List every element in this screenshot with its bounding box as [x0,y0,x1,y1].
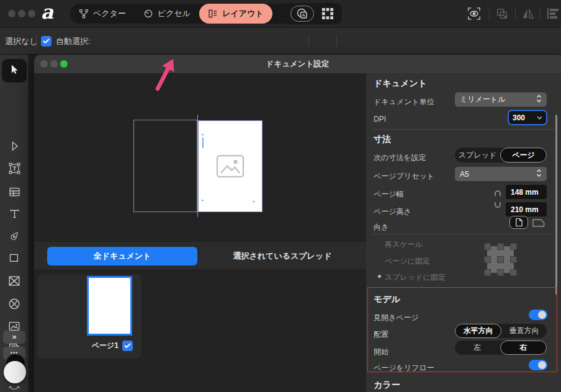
chevron-down-icon [537,116,542,120]
segment-left[interactable]: 左 [455,341,500,355]
picture-frame-ellipse-icon [7,297,21,311]
page-preset-label: ページプリセット [374,171,434,182]
segment-spread[interactable]: スプレッド [455,148,500,163]
page-height-label: ページ高さ [374,207,411,217]
orientation-label: 向き [374,222,388,233]
tab-label: ベクター [93,8,126,19]
dpi-label: DPI [374,115,386,123]
orientation-portrait-button[interactable] [509,216,528,229]
tab-layout-persona[interactable]: レイアウト [199,4,272,24]
rescale-option[interactable]: 再スケール [385,239,423,250]
auto-select-checkbox[interactable] [41,36,52,47]
dialog-titlebar: ドキュメント設定 [34,55,561,73]
persona-switcher: ベクター ピクセル レイアウト ⋮ [70,4,295,24]
tool-move[interactable] [0,63,29,76]
arrange-label: 配置 [374,329,388,340]
unlink-dimensions-icon[interactable] [494,189,501,210]
expand-button[interactable]: » [3,331,25,344]
facing-pages-toggle[interactable] [529,310,547,320]
page-width-input[interactable] [506,185,547,199]
character-studio-icon: A [296,7,308,20]
layout-persona-icon [208,9,218,19]
selection-status: 選択なし [5,28,38,55]
page-thumbnail-label: ページ1 [92,341,119,351]
facing-pages-label: 見開きページ [374,313,419,323]
move-tool-icon [8,63,20,76]
section-color-title: カラー [374,380,400,391]
page-thumbnail[interactable] [89,278,130,334]
segment-vertical[interactable]: 垂直方向 [501,324,547,338]
portrait-page-icon [515,218,523,227]
document-setup-dialog: ドキュメント設定 全ドキュメント 選択されているスプレッド ページ1 [34,55,561,392]
tools-sidebar: » » ••• [0,55,29,392]
check-icon [124,343,131,349]
unit-select[interactable]: ミリメートル [455,92,547,107]
window-minimize-button[interactable] [18,10,25,17]
window-zoom-button[interactable] [28,10,35,17]
dialog-settings-pane: ドキュメント ドキュメント単位 ミリメートル DPI 300 寸法 次の寸法を設… [366,73,561,392]
dialog-close-button[interactable] [40,60,48,68]
tab-label: ピクセル [158,8,191,19]
node-tool-icon [9,140,20,152]
tool-frame-text[interactable] [0,162,29,175]
right-page-preview [198,120,263,212]
tool-node[interactable] [0,140,29,152]
page-preset-select[interactable]: A5 [455,167,547,181]
tab-pixel-persona[interactable]: ピクセル [135,4,199,24]
anchor-to-page-option[interactable]: ページに固定 [385,256,430,267]
top-toolbar: a ベクター ピクセル レイアウト [0,0,561,27]
page-height-input[interactable] [506,202,547,216]
scope-selected-spread-button[interactable]: 選択されているスプレッド [208,247,357,265]
section-model-title: モデル [374,294,400,305]
tab-label: レイアウト [222,8,264,19]
align-icon[interactable] [546,7,561,20]
orientation-landscape-button[interactable] [532,218,545,228]
fill-color-well[interactable] [4,361,26,383]
tab-vector-persona[interactable]: ベクター [70,4,135,24]
page-width-label: ページ幅 [374,189,404,200]
panel-scrollbar[interactable] [555,115,557,295]
section-document-title: ドキュメント [374,78,427,89]
dialog-title: ドキュメント設定 [34,55,561,73]
anchor-to-spread-option[interactable]: スプレッドに固定 [385,272,446,283]
grid-studio-icon[interactable] [321,7,334,20]
page-checkbox[interactable] [122,341,133,351]
reflow-label: ページをリフロー [374,363,434,373]
dimension-target-label: 次の寸法を設定 [374,153,426,163]
auto-select-label: 自動選択: [56,28,91,55]
dpi-combobox[interactable]: 300 [508,110,547,125]
tool-rectangle[interactable] [0,252,29,265]
anchor-point-widget[interactable] [484,243,517,276]
section-dimensions-title: 寸法 [374,134,391,145]
swap-colors-icon[interactable] [8,385,20,391]
scope-all-documents-button[interactable]: 全ドキュメント [47,247,197,265]
image-placeholder-icon [216,154,245,178]
dialog-zoom-button[interactable] [60,60,68,68]
svg-text:A: A [302,12,305,18]
flip-icon[interactable] [521,7,535,20]
vector-persona-icon [79,9,89,19]
tool-artistic-text[interactable] [0,207,29,220]
preview-mode-icon[interactable] [467,7,481,20]
window-close-button[interactable] [8,10,16,17]
dialog-minimize-button[interactable] [50,60,58,68]
page-thumbnail-cell[interactable]: ページ1 [37,274,141,359]
start-segment: 左 右 [455,341,547,355]
reflow-toggle[interactable] [529,360,547,370]
duplicate-icon[interactable] [495,7,509,20]
segment-horizontal[interactable]: 水平方向 [455,324,501,338]
updown-chevron-icon [536,169,542,179]
segment-page[interactable]: ページ [500,148,547,163]
studio-switcher: A [282,3,342,24]
tool-picture-frame-ellipse[interactable] [0,297,29,311]
scope-segmented-control: 全ドキュメント 選択されているスプレッド [34,242,366,270]
segment-right[interactable]: 右 [500,341,547,355]
artistic-text-tool-icon [8,207,21,220]
affinity-logo: a [41,1,53,23]
text-studio-button[interactable]: A [290,6,314,22]
tool-picture-frame-rect[interactable] [0,274,29,288]
tool-pen[interactable] [0,230,29,242]
dialog-preview-pane: 全ドキュメント 選択されているスプレッド ページ1 [34,73,366,392]
pixel-persona-icon [143,9,153,19]
tool-table[interactable] [0,185,29,198]
